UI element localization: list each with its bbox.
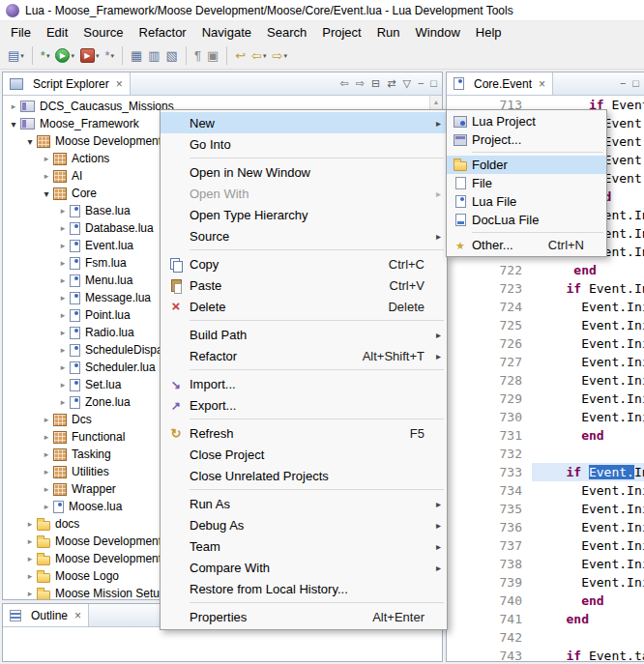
menubar-item-search[interactable]: Search	[259, 22, 314, 43]
expander-collapsed-icon[interactable]: ▸	[23, 589, 37, 598]
menu-item-lua-project[interactable]: Lua Project	[447, 112, 606, 130]
external-tools-button[interactable]: ▶▾	[77, 46, 102, 65]
open-element-button[interactable]: ▦	[128, 47, 145, 64]
code-line-740[interactable]: 740 end	[447, 592, 644, 610]
menu-item-source[interactable]: Source▸	[161, 225, 447, 246]
menu-item-open-with[interactable]: Open With▸	[161, 183, 447, 204]
code-line-730[interactable]: 730 Event.IniTypeName = Event.IniUnit:Ge…	[447, 408, 644, 426]
show-whitespace-button[interactable]: ¶	[191, 47, 204, 64]
expander-collapsed-icon[interactable]: ▸	[40, 484, 53, 494]
back-icon[interactable]: ⇦	[340, 78, 349, 89]
expander-expanded-icon[interactable]: ▾	[40, 188, 53, 199]
menubar-item-help[interactable]: Help	[468, 22, 510, 43]
view-menu-icon[interactable]: ▽	[402, 78, 410, 89]
menu-item-folder[interactable]: Folder	[447, 156, 606, 174]
menu-item-refactor[interactable]: RefactorAlt+Shift+T▸	[161, 345, 447, 366]
menu-item-paste[interactable]: PasteCtrl+V	[161, 274, 447, 296]
expander-collapsed-icon[interactable]: ▸	[56, 362, 70, 372]
new-wizard-button[interactable]: ▤▾	[5, 47, 27, 64]
minimize-icon[interactable]: −	[418, 78, 424, 89]
code-line-727[interactable]: 727 Event.IniGroupName = Event.IniDCSGro…	[447, 353, 644, 371]
expander-collapsed-icon[interactable]: ▸	[56, 241, 70, 250]
expander-collapsed-icon[interactable]: ▸	[40, 467, 53, 476]
expander-expanded-icon[interactable]: ▾	[23, 136, 37, 147]
expander-expanded-icon[interactable]: ▾	[7, 119, 20, 130]
menubar-item-edit[interactable]: Edit	[39, 22, 75, 43]
menu-item-open-type-hierarchy[interactable]: Open Type Hierarchy	[161, 204, 447, 225]
menu-item-debug-as[interactable]: Debug As▸	[161, 514, 447, 535]
code-line-725[interactable]: 725 Event.IniUnitName = Event.IniDCSUnit…	[447, 316, 644, 334]
expander-collapsed-icon[interactable]: ▸	[56, 328, 70, 337]
code-line-731[interactable]: 731 end	[447, 426, 644, 445]
mark-occurrences-button[interactable]: ▣	[204, 47, 221, 64]
close-tab-icon[interactable]: ×	[116, 77, 123, 91]
expander-collapsed-icon[interactable]: ▸	[40, 154, 53, 163]
code-line-724[interactable]: 724 Event.IniUnit = UNIT:Find( Event.Ini…	[447, 298, 644, 316]
menu-item-open-in-new-window[interactable]: Open in New Window	[161, 161, 447, 183]
maximize-icon[interactable]: □	[632, 78, 639, 89]
menu-item-project[interactable]: Project...	[447, 130, 606, 149]
code-line-732[interactable]: 732	[447, 445, 644, 463]
code-line-729[interactable]: 729 Event.IniCategory = Event.IniUnit:Ge…	[447, 390, 644, 408]
forward-button[interactable]: ⇨▾	[270, 47, 290, 64]
expander-collapsed-icon[interactable]: ▸	[56, 380, 70, 390]
tab-script-explorer[interactable]: Script Explorer ×	[3, 72, 131, 95]
menu-item-restore-from-local-history[interactable]: Restore from Local History...	[161, 578, 447, 599]
menu-item-close-unrelated-projects[interactable]: Close Unrelated Projects	[161, 465, 447, 486]
menu-item-compare-with[interactable]: Compare With▸	[161, 557, 447, 578]
menubar-item-refactor[interactable]: Refactor	[132, 22, 194, 43]
menu-item-export[interactable]: Export...	[161, 394, 447, 416]
run-button[interactable]: ▶▾	[52, 46, 77, 65]
expander-collapsed-icon[interactable]: ▸	[40, 415, 53, 424]
menu-item-properties[interactable]: PropertiesAlt+Enter	[161, 606, 447, 627]
expander-collapsed-icon[interactable]: ▸	[56, 258, 70, 268]
expander-collapsed-icon[interactable]: ▸	[40, 432, 53, 442]
forward-icon[interactable]: ⇨	[356, 78, 365, 89]
code-line-738[interactable]: 738 Event.IniPlayerName = Event.IniUnit:…	[447, 555, 644, 573]
minimize-icon[interactable]: −	[620, 78, 626, 89]
code-line-742[interactable]: 742	[447, 628, 644, 647]
expander-collapsed-icon[interactable]: ▸	[40, 502, 53, 511]
expander-collapsed-icon[interactable]: ▸	[23, 571, 37, 581]
new-lua-wizard-button[interactable]: *▾	[102, 47, 117, 64]
code-line-736[interactable]: 736 Event.IniGroup = GROUP:FindByName( E…	[447, 518, 644, 536]
expander-collapsed-icon[interactable]: ▸	[7, 101, 20, 111]
code-line-728[interactable]: 728 Event.IniPlayerName = Event.IniUnit:…	[447, 371, 644, 390]
search-button[interactable]: ▥	[145, 47, 162, 64]
expander-collapsed-icon[interactable]: ▸	[40, 171, 53, 181]
expander-collapsed-icon[interactable]: ▸	[56, 293, 70, 303]
close-tab-icon[interactable]: ×	[539, 77, 545, 91]
menu-item-run-as[interactable]: Run As▸	[161, 493, 447, 514]
scroll-up-icon[interactable]: ▲	[433, 96, 440, 108]
menubar-item-file[interactable]: File	[3, 22, 39, 43]
expander-collapsed-icon[interactable]: ▸	[56, 206, 70, 216]
expander-collapsed-icon[interactable]: ▸	[23, 554, 37, 563]
expander-collapsed-icon[interactable]: ▸	[40, 449, 53, 459]
expander-collapsed-icon[interactable]: ▸	[56, 310, 70, 320]
menu-item-copy[interactable]: CopyCtrl+C	[161, 253, 447, 274]
expander-collapsed-icon[interactable]: ▸	[56, 223, 70, 233]
menubar-item-navigate[interactable]: Navigate	[194, 22, 259, 43]
annotations-button[interactable]: ▧	[163, 47, 181, 64]
code-line-733[interactable]: 733 if Event.IniObjectCategory == Object…	[447, 463, 644, 481]
code-line-743[interactable]: 743 if Event.target then	[447, 647, 644, 661]
tab-outline[interactable]: Outline ×	[3, 604, 89, 626]
menu-item-other[interactable]: Other...Ctrl+N	[447, 236, 606, 254]
menu-item-close-project[interactable]: Close Project	[161, 444, 447, 465]
code-line-723[interactable]: 723 if Event.IniObjectCategory == Object…	[447, 279, 644, 298]
maximize-icon[interactable]: □	[430, 78, 437, 89]
menubar-item-project[interactable]: Project	[314, 22, 368, 43]
menu-item-build-path[interactable]: Build Path▸	[161, 324, 447, 345]
menu-item-delete[interactable]: DeleteDelete	[161, 296, 447, 317]
code-line-741[interactable]: 741 end	[447, 610, 644, 628]
menu-item-lua-file[interactable]: Lua File	[447, 192, 606, 211]
expander-collapsed-icon[interactable]: ▸	[56, 275, 70, 285]
code-line-722[interactable]: 722 end	[447, 261, 644, 279]
back-button[interactable]: ⇦▾	[249, 47, 269, 64]
expander-collapsed-icon[interactable]: ▸	[56, 397, 70, 407]
menu-item-refresh[interactable]: RefreshF5	[161, 422, 447, 444]
debug-button[interactable]: *▾	[38, 47, 53, 64]
expander-collapsed-icon[interactable]: ▸	[23, 536, 37, 546]
menu-item-doclua-file[interactable]: DocLua File	[447, 211, 606, 229]
collapse-all-icon[interactable]: ⊟	[371, 78, 380, 89]
